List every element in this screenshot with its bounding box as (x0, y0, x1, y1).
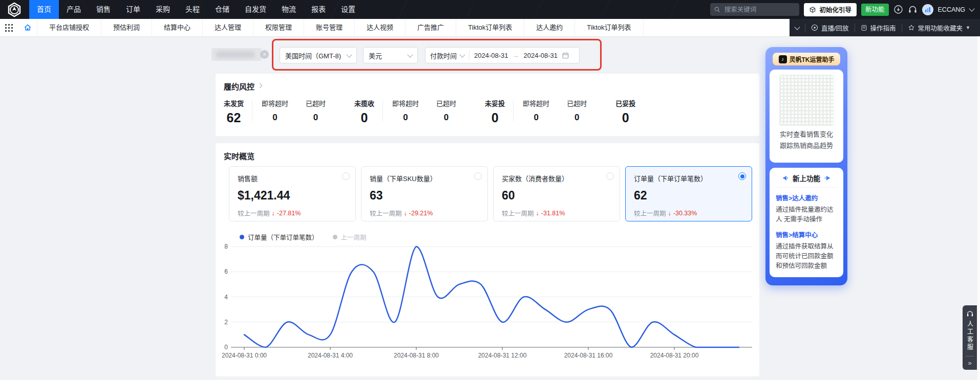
workspace-tab[interactable]: 达人管理 (203, 19, 253, 36)
live-replay-label: 直播/回放 (821, 23, 848, 33)
stat-value: 0 (534, 111, 538, 124)
fulfillment-more-chevron-icon[interactable] (258, 83, 263, 88)
app-logo-icon[interactable] (7, 2, 22, 17)
scrollbar-strip[interactable] (976, 36, 980, 380)
top-menu-item[interactable]: 采购 (148, 0, 178, 19)
top-menu-item[interactable]: 设置 (333, 0, 363, 19)
avatar-chart-icon (925, 7, 931, 13)
realtime-overview-card: 实时概览 销售额$1,421.44较上一周期↓-27.81%销量（下单SKU数量… (216, 143, 759, 376)
qr-caption-2: 跟踪热销商品趋势 (780, 140, 833, 151)
favorites-item[interactable]: 常用功能收藏夹 ▼ (902, 24, 976, 32)
timezone-select[interactable]: 美国时间（GMT-8) (280, 47, 357, 63)
app-root: 首页产品销售订单采购头程仓储自发货物流报表设置 初始化引导 新功能 (0, 0, 980, 380)
fulfillment-sub-stat: 即将超时0 (392, 98, 419, 124)
divider (966, 356, 974, 356)
top-menu-item[interactable]: 产品 (59, 0, 89, 19)
workspace-tab[interactable]: Tiktok订单列表 (456, 19, 524, 36)
fulfillment-main-stat: 未妥投0 (485, 98, 505, 124)
svg-text:2: 2 (224, 319, 228, 326)
stat-value: 0 (574, 111, 579, 124)
orders-line-chart: 024682024-08-31 0:002024-08-31 4:002024-… (216, 143, 759, 376)
app-grid-icon[interactable] (5, 24, 13, 32)
support-label: 人工客服 (966, 321, 974, 351)
date-type-select[interactable]: 付款时间 (425, 48, 469, 63)
stat-value: 0 (622, 111, 629, 124)
top-menu-item[interactable]: 仓储 (207, 0, 237, 19)
timezone-chevron-down-icon (346, 52, 352, 57)
workspace-tab[interactable]: 账号管理 (304, 19, 355, 36)
fulfillment-title: 履约风控 (224, 81, 254, 92)
operation-guide-item[interactable]: 操作指南 (855, 24, 902, 32)
stat-label: 已超时 (567, 98, 587, 108)
live-replay-item[interactable]: 直播/回放 (805, 24, 854, 32)
date-start-value: 2024-08-31 (474, 52, 508, 59)
feature-desc-invite: 通过插件批量邀约达人 无需手动操作 (776, 205, 837, 225)
fulfillment-sub-stat: 即将超时0 (523, 98, 549, 124)
fulfillment-sub-stat: 即将超时0 (262, 98, 288, 124)
top-menu-item[interactable]: 自发货 (237, 0, 274, 19)
tabbar-collapse-chevron[interactable] (790, 24, 805, 32)
top-menu-item[interactable]: 订单 (118, 0, 148, 19)
svg-text:2024-08-31 20:00: 2024-08-31 20:00 (650, 352, 699, 359)
svg-text:0: 0 (224, 344, 228, 351)
date-range-picker[interactable]: 2024-08-31 → 2024-08-31 (470, 48, 573, 63)
play-circle-icon (811, 24, 818, 31)
workspace-tab[interactable]: 结算中心 (152, 19, 203, 36)
workspace-tab[interactable]: 预估利润 (101, 19, 152, 36)
operation-guide-label: 操作指南 (870, 23, 896, 33)
stat-value: 0 (492, 111, 499, 124)
workspace-tab[interactable]: 权限管理 (253, 19, 304, 36)
search-input[interactable] (723, 6, 796, 14)
svg-text:2024-08-31 16:00: 2024-08-31 16:00 (564, 352, 613, 359)
search-box[interactable] (710, 3, 799, 16)
fulfillment-sub-stat: 已超时0 (567, 98, 587, 124)
assistant-new-features-card: 新上功能 销售>达人邀约 通过插件批量邀约达人 无需手动操作 销售>结算中心 通… (770, 168, 843, 277)
fulfillment-sub-stat: 已超时0 (436, 98, 456, 124)
support-expand-icon[interactable]: » (968, 360, 971, 367)
date-end-value: 2024-08-31 (524, 52, 558, 59)
feature-link-settlement[interactable]: 销售>结算中心 (776, 230, 837, 239)
currency-select[interactable]: 美元 (363, 47, 418, 63)
top-menu-item[interactable]: 物流 (274, 0, 304, 19)
top-menu-item[interactable]: 头程 (178, 0, 207, 19)
top-menu-item[interactable]: 首页 (29, 0, 59, 19)
workspace-tab[interactable]: 平台店铺授权 (37, 19, 101, 36)
tk-assistant-panel: ♪ 灵帆TK运营助手 实时查看销售变化 跟踪热销商品趋势 新上功能 销售>达人邀… (765, 47, 847, 285)
new-feature-badge[interactable]: 新功能 (861, 4, 889, 16)
svg-text:2024-08-31 12:00: 2024-08-31 12:00 (478, 352, 527, 359)
headset-icon[interactable] (908, 5, 918, 14)
workspace-tab[interactable]: 达人视频 (355, 19, 406, 36)
date-filter: 付款时间 2024-08-31 → 2024-08-31 (425, 47, 580, 63)
clear-store-icon[interactable]: × (260, 50, 269, 59)
workspace-tab[interactable]: 达人邀约 (524, 19, 575, 36)
top-menu: 首页产品销售订单采购头程仓储自发货物流报表设置 (29, 0, 363, 19)
user-avatar[interactable] (922, 4, 933, 15)
customer-support-tab[interactable]: 人工客服 » (963, 305, 977, 370)
assistant-header[interactable]: ♪ 灵帆TK运营助手 (773, 53, 840, 65)
fulfillment-groups: 未发货62即将超时0已超时0未揽收0即将超时0已超时0未妥投0即将超时0已超时0… (216, 92, 759, 124)
top-navbar: 首页产品销售订单采购头程仓储自发货物流报表设置 初始化引导 新功能 (0, 0, 980, 19)
stat-value: 0 (361, 111, 368, 124)
favorites-caret-icon: ▼ (966, 25, 970, 30)
feature-link-invite[interactable]: 销售>达人邀约 (776, 193, 837, 203)
account-name[interactable]: ECCANG (938, 6, 965, 13)
stat-label: 未妥投 (485, 98, 505, 108)
top-menu-item[interactable]: 销售 (89, 0, 118, 19)
timezone-value: 美国时间（GMT-8) (285, 51, 341, 60)
account-chevron-down-icon[interactable] (969, 6, 974, 11)
assistant-qr-card: 实时查看销售变化 跟踪热销商品趋势 (770, 70, 843, 163)
stat-label: 已超时 (306, 98, 326, 108)
qr-caption-1: 实时查看销售变化 (780, 129, 833, 140)
workspace-tab[interactable]: 广告推广 (406, 19, 456, 36)
stat-label: 已超时 (436, 98, 456, 108)
stat-label: 已妥投 (615, 98, 635, 108)
megaphone-icon (823, 174, 830, 182)
top-menu-item[interactable]: 报表 (304, 0, 333, 19)
stat-value: 0 (403, 111, 408, 124)
download-icon[interactable] (893, 5, 903, 14)
tab-home[interactable] (18, 19, 37, 36)
store-selector-redacted[interactable] (211, 48, 262, 61)
workspace-tab[interactable]: Tiktok订单列表 (575, 19, 643, 36)
stat-value: 0 (272, 111, 277, 124)
init-guide-button[interactable]: 初始化引导 (804, 3, 857, 16)
